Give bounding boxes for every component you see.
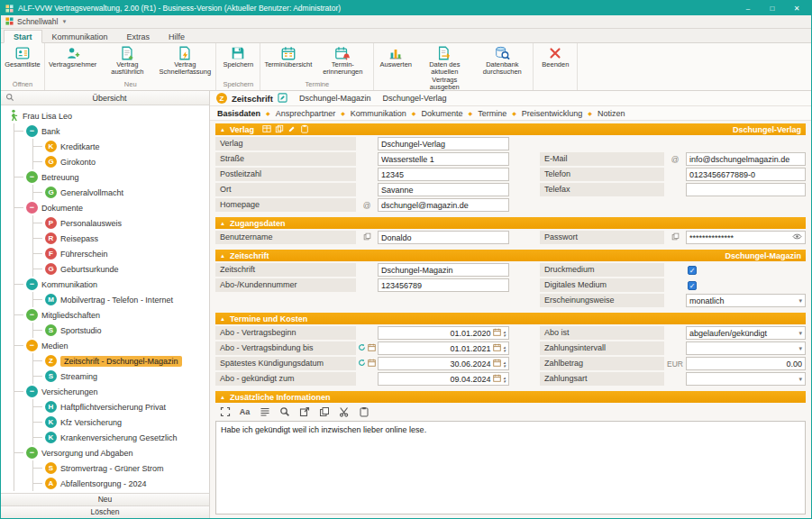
vertragsbindung-input[interactable]: 01.01.2021 ▴▾ — [378, 341, 509, 355]
minimize-button[interactable] — [738, 1, 758, 15]
tree-item-geburtsurkunde[interactable]: GGeburtsurkunde — [45, 261, 207, 277]
tree-item-stromvertrag[interactable]: SStromvertrag - Grüner Strom — [45, 460, 207, 476]
tab-termine[interactable]: Termine — [463, 109, 507, 118]
tree-group-dokumente[interactable]: Dokumente — [26, 200, 207, 215]
maximize-button[interactable] — [762, 1, 782, 15]
tree-group-kommunikation[interactable]: Kommunikation — [26, 277, 207, 292]
open-external-icon[interactable] — [298, 405, 310, 418]
tree-group-mitgliedschaften[interactable]: Mitgliedschaften — [26, 307, 207, 323]
telefon-input[interactable] — [686, 168, 806, 181]
close-button[interactable] — [787, 1, 807, 15]
tree-item-fuehrerschein[interactable]: FFührerschein — [45, 246, 207, 261]
font-size-icon[interactable] — [239, 405, 251, 418]
tab-start[interactable]: Start — [4, 30, 42, 43]
calendar-icon[interactable] — [493, 359, 501, 369]
vertrag-schnellerfassung-button[interactable]: Vertrag Schnellerfassung — [156, 44, 214, 77]
tab-notizen[interactable]: Notizen — [582, 109, 625, 118]
auswerten-button[interactable]: Auswerten — [376, 44, 415, 68]
zahlungsart-select[interactable]: ▾ — [686, 372, 806, 386]
ort-input[interactable] — [378, 183, 509, 196]
tab-dokumente[interactable]: Dokumente — [406, 109, 463, 118]
edit-icon[interactable] — [287, 124, 297, 135]
neu-button[interactable]: Neu — [1, 493, 209, 505]
tree-item-sportstudio[interactable]: SSportstudio — [45, 323, 207, 338]
calendar-icon[interactable] — [368, 359, 376, 369]
calendar-icon[interactable] — [493, 328, 501, 338]
homepage-input[interactable] — [378, 198, 509, 212]
date-stepper[interactable]: ▴▾ — [503, 360, 506, 368]
table-icon[interactable] — [262, 124, 271, 135]
cut-icon[interactable] — [338, 405, 350, 418]
at-icon[interactable]: @ — [671, 155, 680, 164]
zeitschrift-input[interactable] — [378, 263, 509, 277]
tree-item-zeitschrift[interactable]: ZZeitschrift - Dschungel-Magazin — [45, 353, 207, 369]
quickbar-label[interactable]: Schnellwahl — [17, 17, 58, 26]
telefax-input[interactable] — [686, 183, 806, 196]
verlag-input[interactable] — [378, 137, 509, 150]
gesamtliste-button[interactable]: Gesamtliste — [3, 44, 42, 68]
benutzername-input[interactable] — [378, 231, 509, 244]
tree-item-generalvollmacht[interactable]: GGeneralvollmacht — [45, 185, 207, 200]
copy-icon[interactable] — [318, 405, 330, 418]
edit-icon[interactable] — [278, 93, 287, 105]
date-stepper[interactable]: ▴▾ — [503, 376, 506, 383]
tree-item-reisepass[interactable]: RReisepass — [45, 231, 207, 246]
tree-item-mobilvertrag[interactable]: MMobilvertrag - Telefon - Internet — [45, 292, 207, 307]
kundennummer-input[interactable] — [378, 278, 509, 292]
vertrag-ausfuehrlich-button[interactable]: Vertrag ausführlich — [98, 44, 156, 77]
terminerinnerungen-button[interactable]: Termin-erinnerungen — [314, 44, 371, 77]
zahlbetrag-input[interactable] — [686, 357, 806, 370]
tree-item-girokonto[interactable]: GGirokonto — [45, 154, 207, 169]
eye-icon[interactable] — [792, 232, 802, 242]
vertragsnehmer-button[interactable]: Vertragsnehmer — [47, 44, 98, 68]
terminuebersicht-button[interactable]: Terminübersicht — [262, 44, 314, 68]
plz-input[interactable] — [378, 168, 509, 181]
tree-item-abfallentsorgung[interactable]: AAbfallentsorgung - 2024 — [45, 476, 207, 491]
email-input[interactable] — [686, 152, 806, 166]
copy-icon[interactable] — [275, 124, 284, 135]
search-icon[interactable] — [5, 93, 14, 104]
loeschen-button[interactable]: Löschen — [1, 505, 209, 518]
beenden-button[interactable]: Beenden — [535, 44, 575, 68]
daten-ausgeben-button[interactable]: Daten des aktuellen Vertrags ausgeben — [415, 44, 473, 92]
zahlungsintervall-select[interactable]: ▾ — [686, 341, 806, 355]
datenbank-durchsuchen-button[interactable]: Datenbank durchsuchen — [473, 44, 531, 77]
refresh-icon[interactable] — [358, 359, 366, 369]
calendar-icon[interactable] — [493, 374, 501, 384]
tree-group-versicherungen[interactable]: Versicherungen — [26, 384, 207, 399]
tab-basisdaten[interactable]: Basisdaten — [217, 109, 260, 118]
digitales-medium-checkbox[interactable] — [688, 281, 697, 290]
date-stepper[interactable]: ▴▾ — [503, 345, 506, 352]
calendar-icon[interactable] — [368, 343, 376, 353]
gekuendigt-zum-input[interactable]: 09.04.2024 ▴▾ — [378, 372, 509, 386]
calendar-icon[interactable] — [493, 343, 501, 353]
fullscreen-icon[interactable] — [219, 405, 231, 418]
tree-item-kfz[interactable]: KKfz Versicherung — [45, 414, 207, 430]
search-icon[interactable] — [278, 405, 290, 418]
tab-ansprechpartner[interactable]: Ansprechpartner — [260, 109, 335, 118]
paste-icon[interactable] — [300, 124, 309, 135]
record-name[interactable]: Dschungel-Magazin — [299, 94, 371, 103]
paste-icon[interactable] — [358, 405, 370, 418]
justify-icon[interactable] — [259, 405, 270, 418]
tree-root-person[interactable]: Frau Lisa Leo — [8, 108, 207, 123]
tree-item-krankenversicherung[interactable]: KKrankenversicherung Gesetzlich — [45, 430, 207, 445]
copy-icon[interactable] — [671, 232, 680, 242]
notes-textarea[interactable]: Habe ich gekündigt weil ich inzwischen l… — [215, 421, 806, 514]
date-stepper[interactable]: ▴▾ — [503, 330, 506, 337]
record-publisher[interactable]: Dschungel-Verlag — [382, 94, 446, 103]
passwort-input[interactable]: ************** — [686, 231, 806, 244]
tree-group-betreuung[interactable]: Betreuung — [26, 169, 207, 185]
tab-kommunikation[interactable]: Kommunikation — [335, 109, 406, 118]
copy-icon[interactable] — [363, 232, 371, 242]
druckmedium-checkbox[interactable] — [688, 266, 697, 275]
tab-kommunikation[interactable]: Kommunikation — [43, 31, 117, 42]
abo-ist-select[interactable]: abgelaufen/gekündigt ▾ — [686, 326, 806, 340]
speichern-button[interactable]: Speichern — [218, 44, 258, 68]
vertragsbeginn-input[interactable]: 01.01.2020 ▴▾ — [378, 326, 509, 340]
tree-group-versorgung[interactable]: Versorgung und Abgaben — [26, 445, 207, 460]
kuendigungsdatum-input[interactable]: 30.06.2024 ▴▾ — [378, 357, 509, 370]
refresh-icon[interactable] — [358, 343, 366, 353]
tree-item-streaming[interactable]: SStreaming — [45, 369, 207, 384]
tab-hilfe[interactable]: Hilfe — [160, 31, 194, 42]
